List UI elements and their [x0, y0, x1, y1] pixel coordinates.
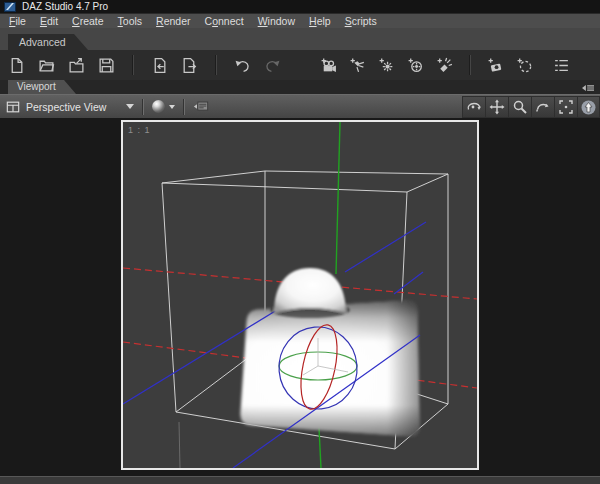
new-linear-point-light-button[interactable]	[436, 57, 453, 74]
menu-create[interactable]: Create	[65, 14, 111, 29]
undo-icon	[234, 57, 251, 74]
toolbar-separator	[469, 55, 471, 75]
export-file-icon	[181, 57, 198, 74]
viewport-toolbar-left: Perspective View	[0, 95, 217, 118]
create-toolbar-group	[320, 50, 570, 80]
viewport-toolbar: Perspective View	[0, 94, 600, 118]
import-file-button[interactable]	[151, 57, 168, 74]
open-merge-button[interactable]	[68, 57, 85, 74]
open-merge-icon	[68, 57, 85, 74]
menu-file[interactable]: File	[2, 14, 33, 29]
frame-tool-button[interactable]	[554, 96, 577, 118]
save-file-button[interactable]	[98, 57, 115, 74]
new-camera-button[interactable]	[320, 57, 337, 74]
menu-bar: FileEditCreateToolsRenderConnectWindowHe…	[0, 13, 600, 28]
undo-button[interactable]	[234, 57, 251, 74]
scene-list-icon	[553, 57, 570, 74]
new-camera-icon	[320, 57, 337, 74]
pane-menu-icon[interactable]	[581, 82, 595, 94]
viewport-grid-icon	[6, 100, 20, 114]
new-spotlight-button[interactable]	[349, 57, 366, 74]
orbit-icon	[466, 99, 482, 115]
orbit-tool-button[interactable]	[462, 96, 485, 118]
scene-list-button[interactable]	[553, 57, 570, 74]
menu-window[interactable]: Window	[251, 14, 302, 29]
file-toolbar-group	[8, 55, 281, 75]
main-toolbar	[0, 50, 600, 80]
new-file-button[interactable]	[8, 57, 25, 74]
drawstyle-selector[interactable]	[144, 95, 183, 118]
viewport-pane-tabrow: Viewport	[0, 80, 600, 94]
new-node-icon	[516, 57, 533, 74]
new-point-light-button[interactable]	[378, 57, 395, 74]
zoom-tool-button[interactable]	[508, 96, 531, 118]
camera-view-selector[interactable]: Perspective View	[0, 95, 142, 118]
magnifier-icon	[512, 99, 528, 115]
new-distant-light-icon	[407, 57, 424, 74]
menu-scripts[interactable]: Scripts	[338, 14, 384, 29]
new-view-camera-button[interactable]	[487, 57, 504, 74]
new-distant-light-button[interactable]	[407, 57, 424, 74]
chevron-down-icon	[126, 104, 134, 109]
save-file-icon	[98, 57, 115, 74]
new-spotlight-icon	[349, 57, 366, 74]
title-bar: DAZ Studio 4.7 Pro	[0, 0, 600, 13]
import-file-icon	[151, 57, 168, 74]
new-linear-point-light-icon	[436, 57, 453, 74]
camera-tools	[462, 96, 600, 118]
drawstyle-sphere-icon	[152, 100, 165, 113]
aim-tool-button[interactable]	[577, 96, 600, 118]
menu-connect[interactable]: Connect	[198, 14, 251, 29]
new-view-camera-icon	[487, 57, 504, 74]
redo-icon	[264, 57, 281, 74]
window-title: DAZ Studio 4.7 Pro	[22, 0, 108, 13]
export-file-button[interactable]	[181, 57, 198, 74]
menu-help[interactable]: Help	[302, 14, 338, 29]
pan-tool-button[interactable]	[485, 96, 508, 118]
menu-edit[interactable]: Edit	[33, 14, 65, 29]
active-viewport[interactable]: 1 : 1	[121, 120, 479, 470]
toolbar-separator	[215, 55, 217, 75]
new-point-light-icon	[378, 57, 395, 74]
app-window: DAZ Studio 4.7 Pro FileEditCreateToolsRe…	[0, 0, 600, 484]
scene-3d-view[interactable]	[123, 122, 477, 468]
pane-options-icon	[193, 100, 209, 113]
menu-tools[interactable]: Tools	[111, 14, 150, 29]
frame-icon	[558, 99, 574, 115]
new-file-icon	[8, 57, 25, 74]
rotate-tool-button[interactable]	[531, 96, 554, 118]
viewport-canvas-area: 1 : 1	[0, 118, 600, 476]
open-file-button[interactable]	[38, 57, 55, 74]
window-bottom-bar	[0, 476, 600, 484]
new-node-button[interactable]	[516, 57, 533, 74]
camera-view-label: Perspective View	[26, 101, 106, 113]
toolbar-separator	[132, 55, 134, 75]
tab-advanced[interactable]: Advanced	[8, 34, 88, 50]
viewport-scale-label: 1 : 1	[128, 125, 151, 135]
open-file-icon	[38, 57, 55, 74]
rotate-icon	[535, 99, 551, 115]
workspace-tabstrip: Advanced	[0, 28, 600, 50]
pan-icon	[489, 99, 505, 115]
redo-button[interactable]	[264, 57, 281, 74]
aim-icon	[580, 99, 597, 116]
pane-options-button[interactable]	[185, 95, 217, 118]
menu-render[interactable]: Render	[149, 14, 197, 29]
tab-viewport[interactable]: Viewport	[8, 80, 76, 94]
app-logo-icon	[4, 2, 16, 12]
chevron-down-icon	[169, 105, 175, 109]
